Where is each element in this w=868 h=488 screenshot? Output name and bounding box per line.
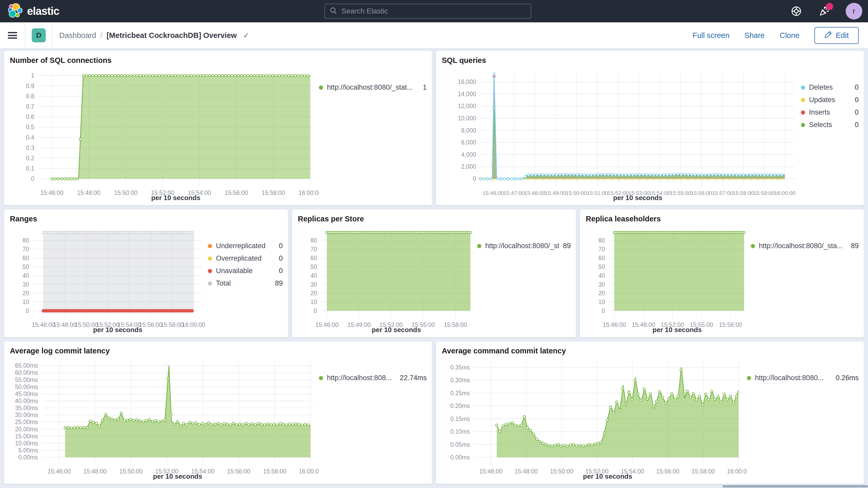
svg-text:20: 20: [598, 290, 605, 297]
legend-swatch-icon: [747, 376, 751, 380]
chart-average-log-commit-latency[interactable]: 0.00ms5.00ms10.00ms15.00ms20.00ms25.00ms…: [9, 357, 319, 482]
svg-text:per 10 seconds: per 10 seconds: [151, 194, 200, 202]
svg-text:0.25ms: 0.25ms: [451, 390, 470, 397]
svg-text:0: 0: [314, 307, 317, 314]
svg-text:15:48:00: 15:48:00: [77, 189, 100, 196]
legend-item[interactable]: Underreplicated0: [208, 242, 283, 250]
global-search[interactable]: [324, 4, 531, 19]
edit-button[interactable]: Edit: [814, 27, 859, 44]
svg-text:0: 0: [31, 175, 34, 182]
help-icon[interactable]: [789, 4, 803, 18]
panel-title: Average command commit latency: [441, 345, 859, 357]
svg-text:40: 40: [310, 272, 317, 279]
svg-text:45.00ms: 45.00ms: [15, 391, 38, 397]
legend-item[interactable]: http://localhost:8080/_stat...1: [319, 84, 427, 91]
horizontal-scrollbar[interactable]: [722, 485, 868, 487]
legend-item[interactable]: Overreplicated0: [208, 254, 283, 263]
legend-swatch-icon: [319, 86, 323, 90]
svg-text:0.9: 0.9: [26, 83, 34, 89]
share-button[interactable]: Share: [745, 31, 765, 40]
svg-text:15:46:00: 15:46:00: [479, 468, 503, 475]
legend: Underreplicated0Overreplicated0Unavailab…: [208, 225, 283, 336]
svg-text:6,000: 6,000: [461, 139, 476, 146]
clone-button[interactable]: Clone: [780, 31, 799, 40]
space-badge[interactable]: D: [32, 28, 46, 42]
legend-item[interactable]: http://localhost:8080...0.26ms: [747, 374, 859, 382]
svg-text:70: 70: [310, 246, 317, 252]
legend-value: 1: [423, 84, 427, 91]
svg-text:15:49:00: 15:49:00: [347, 322, 371, 328]
svg-text:15:46:00: 15:46:00: [603, 322, 626, 328]
announcements-icon[interactable]: [817, 4, 831, 18]
svg-text:0.30ms: 0.30ms: [451, 377, 470, 384]
legend-value: 0: [855, 121, 859, 129]
svg-text:20: 20: [310, 290, 317, 297]
svg-text:10: 10: [310, 299, 317, 305]
legend: Deletes0Updates0Inserts0Selects0: [801, 67, 859, 204]
svg-text:60: 60: [310, 255, 317, 262]
svg-text:5.00ms: 5.00ms: [19, 447, 38, 454]
legend-label: http://localhost:8080/_sta...: [485, 242, 559, 250]
svg-text:15:58:00: 15:58:00: [263, 468, 286, 475]
chart-sql-queries[interactable]: 02,0004,0006,0008,00010,00012,00014,0001…: [441, 67, 801, 204]
title-check-icon[interactable]: ✓: [243, 31, 249, 40]
legend-item[interactable]: Total89: [208, 279, 283, 287]
legend-item[interactable]: http://localhost:8080/_sta...89: [751, 242, 859, 250]
svg-text:16:00:00: 16:00:00: [299, 189, 319, 196]
legend-item[interactable]: Updates0: [801, 96, 859, 104]
svg-text:0: 0: [26, 307, 29, 314]
svg-text:15:56:00: 15:56:00: [225, 189, 248, 196]
svg-text:15:48:00: 15:48:00: [524, 190, 546, 196]
panel-replica-leaseholders: Replica leaseholders 0102030405060708015…: [580, 209, 864, 337]
svg-text:30: 30: [22, 281, 29, 288]
svg-text:15:50:00: 15:50:00: [566, 190, 587, 196]
legend: http://localhost:8080/_stat...1: [319, 67, 427, 204]
svg-text:15:49:00: 15:49:00: [632, 322, 655, 328]
svg-text:0.00ms: 0.00ms: [451, 454, 470, 461]
breadcrumb-dashboard[interactable]: Dashboard: [59, 31, 96, 40]
legend-swatch-icon: [801, 111, 805, 115]
chart-svg: 0102030405060708015:46:0015:49:0015:52:0…: [297, 225, 477, 336]
legend-item[interactable]: Deletes0: [801, 84, 859, 91]
legend-item[interactable]: http://localhost:8080/_sta...89: [477, 242, 571, 250]
svg-text:70: 70: [598, 246, 605, 252]
panel-average-log-commit-latency: Average log commit latency 0.00ms5.00ms1…: [4, 341, 432, 484]
svg-text:15:48:00: 15:48:00: [53, 322, 77, 328]
svg-text:per 10 seconds: per 10 seconds: [613, 194, 662, 202]
svg-text:40.00ms: 40.00ms: [15, 398, 38, 404]
svg-text:4,000: 4,000: [461, 151, 476, 158]
legend: http://localhost:8080/_sta...89: [477, 225, 571, 336]
menu-icon[interactable]: [8, 32, 17, 39]
chart-replicas-per-store[interactable]: 0102030405060708015:46:0015:49:0015:52:0…: [297, 225, 477, 336]
svg-text:per 10 seconds: per 10 seconds: [583, 472, 632, 480]
svg-text:15:47:00: 15:47:00: [503, 190, 525, 196]
avatar[interactable]: r: [846, 3, 862, 20]
chart-ranges[interactable]: 0102030405060708015:46:0015:48:0015:50:0…: [9, 225, 208, 336]
chart-average-command-commit-latency[interactable]: 0.00ms0.05ms0.10ms0.15ms0.20ms0.25ms0.30…: [441, 357, 747, 482]
svg-text:0: 0: [601, 307, 605, 314]
legend-label: Updates: [809, 96, 851, 104]
legend-item[interactable]: Unavailable0: [208, 267, 283, 275]
legend-item[interactable]: Selects0: [801, 121, 859, 129]
full-screen-button[interactable]: Full screen: [692, 31, 730, 40]
legend-item[interactable]: http://localhost:808...22.74ms: [319, 374, 427, 382]
svg-text:0.10ms: 0.10ms: [451, 428, 470, 435]
chart-number-of-sql-connections[interactable]: 00.10.20.30.40.50.60.70.80.9115:46:0015:…: [9, 67, 319, 204]
pencil-icon: [824, 31, 832, 40]
chart-replica-leaseholders[interactable]: 0102030405060708015:46:0015:49:0015:52:0…: [585, 225, 751, 336]
elastic-brand[interactable]: elastic: [0, 3, 59, 19]
divider: [25, 22, 26, 48]
page-title: [Metricbeat CockroachDB] Overview: [106, 31, 237, 40]
svg-text:35.00ms: 35.00ms: [15, 404, 38, 411]
svg-text:0.5: 0.5: [26, 124, 34, 130]
svg-text:0.8: 0.8: [26, 93, 34, 99]
svg-text:0.20ms: 0.20ms: [451, 402, 470, 409]
svg-text:0.3: 0.3: [26, 145, 34, 151]
legend-item[interactable]: Inserts0: [801, 109, 859, 116]
svg-text:15:48:00: 15:48:00: [515, 468, 538, 475]
svg-text:per 10 seconds: per 10 seconds: [372, 326, 421, 334]
legend-label: http://localhost:8080...: [755, 374, 832, 382]
svg-text:per 10 seconds: per 10 seconds: [653, 326, 702, 334]
legend-label: Inserts: [809, 109, 851, 116]
search-input[interactable]: [341, 7, 526, 15]
